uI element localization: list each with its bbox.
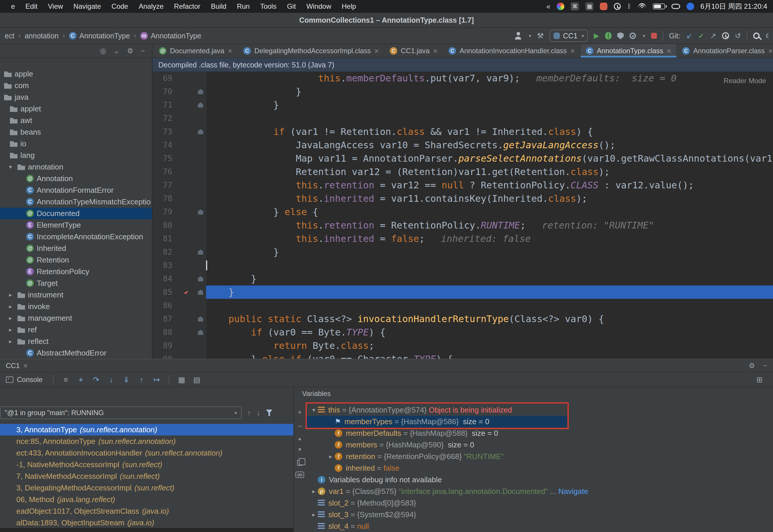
tab-documented-java[interactable]: @Documented.java× bbox=[154, 44, 238, 58]
layout-settings-icon[interactable]: ▤ bbox=[189, 375, 204, 384]
remove-watch-icon[interactable]: − bbox=[298, 422, 302, 430]
gutter-icons[interactable] bbox=[174, 205, 206, 219]
show-execution-point-icon[interactable]: ⌖ bbox=[73, 375, 88, 384]
wifi-icon[interactable] bbox=[638, 3, 647, 10]
line-number[interactable]: 71 bbox=[152, 98, 174, 112]
menu-item-analyze[interactable]: Analyze bbox=[133, 2, 168, 10]
gutter-icons[interactable] bbox=[174, 125, 206, 138]
chevron-down-icon[interactable]: ▾ bbox=[6, 163, 15, 170]
tree-item-elementtype[interactable]: EElementType bbox=[0, 219, 152, 231]
variable-row-slot-2[interactable]: slot_2 = {Method[0]@583} bbox=[307, 497, 773, 509]
code-line-73[interactable]: 73 if (var1 != Retention.class && var1 !… bbox=[152, 125, 773, 138]
menu-item-edit[interactable]: Edit bbox=[20, 2, 42, 10]
force-step-into-icon[interactable]: ⇓ bbox=[119, 375, 134, 384]
battery-icon[interactable] bbox=[653, 3, 665, 9]
rollback-icon[interactable]: ↺ bbox=[735, 32, 741, 40]
menu-item-git[interactable]: Git bbox=[282, 2, 301, 10]
gutter-icons[interactable] bbox=[174, 165, 206, 178]
chevron-right-icon[interactable]: ▸ bbox=[6, 303, 15, 310]
tab-close-icon[interactable]: × bbox=[570, 47, 575, 55]
code-line-70[interactable]: 70 } bbox=[152, 85, 773, 98]
frames-scrollbar[interactable] bbox=[0, 528, 293, 532]
code-line-90[interactable]: 90 } else if (var0 == Character.TYPE) { bbox=[152, 352, 773, 359]
line-number[interactable]: 90 bbox=[152, 352, 174, 359]
gutter-icons[interactable] bbox=[174, 299, 206, 312]
frame-row-8[interactable]: alData:1893, ObjectInputStream(java.io) bbox=[0, 517, 293, 529]
fold-marker-icon[interactable] bbox=[198, 209, 203, 215]
debug-bug-icon[interactable] bbox=[605, 32, 612, 40]
code-line-87[interactable]: 87 public static Class<?> invocationHand… bbox=[152, 312, 773, 326]
frame-row-2[interactable]: ect:433, AnnotationInvocationHandler(sun… bbox=[0, 447, 293, 459]
menu-item-tools[interactable]: Tools bbox=[255, 2, 282, 10]
variable-row-inherited[interactable]: finherited = false bbox=[307, 462, 773, 474]
line-number[interactable]: 87 bbox=[152, 312, 174, 326]
tree-item-management[interactable]: ▸management bbox=[0, 312, 152, 324]
tab-cc1-java[interactable]: CCC1.java× bbox=[384, 44, 443, 58]
breadcrumb-item-ect[interactable]: ect bbox=[5, 32, 14, 40]
raycast-icon[interactable] bbox=[600, 3, 608, 10]
tree-item-annotationtypemismatchexceptio[interactable]: CAnnotationTypeMismatchExceptio bbox=[0, 196, 152, 208]
fold-marker-icon[interactable] bbox=[198, 129, 203, 134]
view-as-table-icon[interactable]: ▦ bbox=[174, 375, 189, 384]
bluetooth-icon[interactable]: ᛒ bbox=[627, 3, 631, 10]
gutter-icons[interactable] bbox=[174, 245, 206, 259]
reader-mode-toggle[interactable]: Reader Mode bbox=[724, 77, 766, 85]
line-number[interactable]: 74 bbox=[152, 138, 174, 152]
code-line-69[interactable]: 69 this.memberDefaults.put(var7, var9);m… bbox=[152, 72, 773, 85]
tab-annotationtype-class[interactable]: CAnnotationType.class× bbox=[581, 44, 677, 58]
line-number[interactable]: 81 bbox=[152, 232, 174, 245]
line-number[interactable]: 88 bbox=[152, 326, 174, 339]
run-config-select[interactable]: CC1 ▾ bbox=[549, 30, 588, 42]
git-update-icon[interactable]: ↙ bbox=[686, 32, 692, 40]
previous-frame-icon[interactable]: ↑ bbox=[248, 409, 251, 417]
code-line-79[interactable]: 79 } else { bbox=[152, 205, 773, 219]
gear-icon[interactable]: ⚙ bbox=[765, 32, 768, 40]
frame-row-5[interactable]: 3, DelegatingMethodAccessorImpl(sun.refl… bbox=[0, 482, 293, 494]
run-button[interactable]: ▶ bbox=[594, 32, 599, 40]
code-line-72[interactable]: 72 bbox=[152, 112, 773, 125]
close-icon[interactable]: × bbox=[23, 361, 28, 370]
gutter-icons[interactable] bbox=[174, 259, 206, 272]
fold-marker-icon[interactable] bbox=[198, 102, 203, 108]
code-line-75[interactable]: 75 Map var11 = AnnotationParser.parseSel… bbox=[152, 152, 773, 165]
tree-item-documented[interactable]: @Documented bbox=[0, 208, 152, 219]
navigate-link[interactable]: Navigate bbox=[558, 487, 589, 496]
gutter-icons[interactable] bbox=[174, 219, 206, 232]
run-to-cursor-icon[interactable]: ↦ bbox=[149, 375, 164, 384]
line-number[interactable]: 79 bbox=[152, 205, 174, 219]
add-watch-icon[interactable]: + bbox=[298, 408, 302, 416]
control-center-icon[interactable] bbox=[672, 4, 680, 9]
profiler-icon[interactable] bbox=[630, 33, 636, 39]
collapse-chevron-icon[interactable]: « bbox=[546, 2, 550, 11]
user-icon[interactable] bbox=[514, 32, 522, 40]
history-icon[interactable] bbox=[722, 32, 729, 39]
chevron-right-icon[interactable]: ▸ bbox=[310, 511, 318, 518]
tree-item-abstractmethoderror[interactable]: CAbstractMethodError bbox=[0, 347, 152, 359]
breadcrumb-item-annotationtype[interactable]: CAnnotationType bbox=[69, 32, 130, 40]
duplicate-icon[interactable] bbox=[297, 460, 302, 466]
code-line-86[interactable]: 86 bbox=[152, 299, 773, 312]
frame-row-6[interactable]: 06, Method(java.lang.reflect) bbox=[0, 494, 293, 505]
line-number[interactable]: 85 bbox=[152, 285, 174, 299]
stop-button[interactable] bbox=[651, 33, 657, 39]
code-line-83[interactable]: 83 bbox=[152, 259, 773, 272]
menu-item-view[interactable]: View bbox=[43, 2, 68, 10]
breadcrumb-item-annotation[interactable]: annotation bbox=[25, 32, 59, 40]
frame-row-3[interactable]: -1, NativeMethodAccessorImpl(sun.reflect… bbox=[0, 459, 293, 470]
settings-gear-icon[interactable]: ⚙ bbox=[749, 362, 755, 370]
frame-row-4[interactable]: 7, NativeMethodAccessorImpl(sun.reflect) bbox=[0, 470, 293, 482]
gutter-icons[interactable] bbox=[174, 326, 206, 339]
tab-delegatingmethodaccessorimpl-class[interactable]: CDelegatingMethodAccessorImpl.class× bbox=[238, 44, 384, 58]
variable-row-membertypes[interactable]: ⚑memberTypes = {HashMap@586} size = 0 bbox=[307, 416, 567, 427]
line-number[interactable]: 83 bbox=[152, 259, 174, 272]
gutter-icons[interactable] bbox=[174, 112, 206, 125]
tree-item-annotation[interactable]: @Annotation bbox=[0, 173, 152, 184]
tab-close-icon[interactable]: × bbox=[433, 47, 437, 55]
code-line-85[interactable]: 85✔✔ } bbox=[152, 285, 773, 299]
gutter-icons[interactable]: ✔✔ bbox=[174, 285, 206, 299]
restore-layout-icon[interactable]: ⊞ bbox=[752, 375, 767, 384]
tree-item-annotation[interactable]: ▾annotation bbox=[0, 161, 152, 173]
gutter-icons[interactable] bbox=[174, 352, 206, 359]
tree-item-lang[interactable]: lang bbox=[0, 149, 152, 161]
tab-annotationparser-class[interactable]: CAnnotationParser.class× bbox=[677, 44, 773, 58]
